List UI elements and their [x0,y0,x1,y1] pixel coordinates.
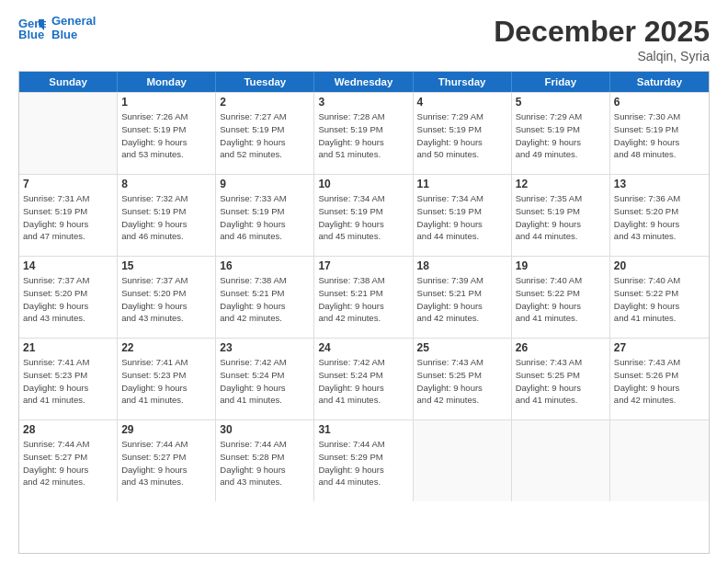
day-number: 11 [417,178,507,190]
calendar-cell: 4Sunrise: 7:29 AM Sunset: 5:19 PM Daylig… [414,93,512,174]
calendar-cell: 14Sunrise: 7:37 AM Sunset: 5:20 PM Dayli… [19,257,118,338]
calendar-cell: 17Sunrise: 7:38 AM Sunset: 5:21 PM Dayli… [314,257,413,338]
day-number: 17 [318,259,408,272]
calendar-cell: 20Sunrise: 7:40 AM Sunset: 5:22 PM Dayli… [610,257,709,338]
calendar-cell [414,420,512,501]
weekday-header: Saturday [610,72,709,92]
day-number: 19 [516,259,606,272]
day-number: 10 [318,178,408,190]
day-info: Sunrise: 7:28 AM Sunset: 5:19 PM Dayligh… [318,110,408,161]
day-info: Sunrise: 7:34 AM Sunset: 5:19 PM Dayligh… [417,192,507,243]
day-number: 22 [121,341,211,354]
weekday-header: Friday [512,72,610,92]
day-info: Sunrise: 7:41 AM Sunset: 5:23 PM Dayligh… [23,356,113,407]
day-number: 28 [23,423,113,436]
calendar-cell [610,420,709,501]
day-number: 2 [220,96,310,109]
day-number: 30 [220,423,310,436]
weekday-header: Sunday [19,72,118,92]
day-info: Sunrise: 7:34 AM Sunset: 5:19 PM Dayligh… [318,192,408,243]
day-info: Sunrise: 7:40 AM Sunset: 5:22 PM Dayligh… [614,274,705,325]
calendar-body: 1Sunrise: 7:26 AM Sunset: 5:19 PM Daylig… [19,92,709,501]
calendar-cell: 28Sunrise: 7:44 AM Sunset: 5:27 PM Dayli… [19,420,118,501]
day-info: Sunrise: 7:26 AM Sunset: 5:19 PM Dayligh… [121,110,211,161]
calendar-header-row: SundayMondayTuesdayWednesdayThursdayFrid… [19,72,709,92]
calendar-cell: 25Sunrise: 7:43 AM Sunset: 5:25 PM Dayli… [414,339,512,419]
calendar: SundayMondayTuesdayWednesdayThursdayFrid… [18,71,710,554]
day-number: 15 [121,259,211,272]
calendar-cell: 31Sunrise: 7:44 AM Sunset: 5:29 PM Dayli… [314,420,413,501]
day-number: 25 [417,341,507,354]
calendar-cell: 16Sunrise: 7:38 AM Sunset: 5:21 PM Dayli… [216,257,314,338]
day-info: Sunrise: 7:41 AM Sunset: 5:23 PM Dayligh… [121,356,211,407]
logo-icon: General Blue [18,16,46,41]
calendar-cell: 10Sunrise: 7:34 AM Sunset: 5:19 PM Dayli… [314,175,413,256]
day-info: Sunrise: 7:29 AM Sunset: 5:19 PM Dayligh… [516,110,606,161]
calendar-cell [512,420,610,501]
logo-general: General [51,15,96,29]
day-number: 20 [614,259,705,272]
logo: General Blue General Blue [18,15,96,42]
day-number: 1 [121,96,211,109]
day-number: 13 [614,178,705,190]
header: General Blue General Blue December 2025 … [18,15,710,63]
weekday-header: Monday [118,72,216,92]
day-info: Sunrise: 7:38 AM Sunset: 5:21 PM Dayligh… [318,274,408,325]
day-info: Sunrise: 7:40 AM Sunset: 5:22 PM Dayligh… [516,274,606,325]
day-info: Sunrise: 7:44 AM Sunset: 5:27 PM Dayligh… [121,438,211,488]
calendar-cell: 26Sunrise: 7:43 AM Sunset: 5:25 PM Dayli… [512,339,610,419]
calendar-cell: 21Sunrise: 7:41 AM Sunset: 5:23 PM Dayli… [19,339,118,419]
weekday-header: Wednesday [314,72,413,92]
day-number: 7 [23,178,113,190]
calendar-cell: 2Sunrise: 7:27 AM Sunset: 5:19 PM Daylig… [216,93,314,174]
calendar-cell: 8Sunrise: 7:32 AM Sunset: 5:19 PM Daylig… [118,175,216,256]
day-number: 9 [220,178,310,190]
day-info: Sunrise: 7:32 AM Sunset: 5:19 PM Dayligh… [121,192,211,243]
calendar-cell [19,93,118,174]
calendar-cell: 12Sunrise: 7:35 AM Sunset: 5:19 PM Dayli… [512,175,610,256]
day-number: 5 [516,96,606,109]
calendar-cell: 3Sunrise: 7:28 AM Sunset: 5:19 PM Daylig… [314,93,413,174]
weekday-header: Tuesday [216,72,314,92]
calendar-cell: 5Sunrise: 7:29 AM Sunset: 5:19 PM Daylig… [512,93,610,174]
day-number: 26 [516,341,606,354]
calendar-cell: 9Sunrise: 7:33 AM Sunset: 5:19 PM Daylig… [216,175,314,256]
day-info: Sunrise: 7:39 AM Sunset: 5:21 PM Dayligh… [417,274,507,325]
day-info: Sunrise: 7:44 AM Sunset: 5:28 PM Dayligh… [220,438,310,488]
day-info: Sunrise: 7:37 AM Sunset: 5:20 PM Dayligh… [23,274,113,325]
weekday-header: Thursday [414,72,512,92]
day-info: Sunrise: 7:37 AM Sunset: 5:20 PM Dayligh… [121,274,211,325]
day-number: 29 [121,423,211,436]
calendar-row: 7Sunrise: 7:31 AM Sunset: 5:19 PM Daylig… [19,174,709,256]
day-info: Sunrise: 7:35 AM Sunset: 5:19 PM Dayligh… [516,192,606,243]
day-number: 14 [23,259,113,272]
calendar-cell: 27Sunrise: 7:43 AM Sunset: 5:26 PM Dayli… [610,339,709,419]
day-info: Sunrise: 7:30 AM Sunset: 5:19 PM Dayligh… [614,110,705,161]
day-info: Sunrise: 7:27 AM Sunset: 5:19 PM Dayligh… [220,110,310,161]
svg-text:Blue: Blue [18,28,44,41]
day-info: Sunrise: 7:33 AM Sunset: 5:19 PM Dayligh… [220,192,310,243]
day-number: 4 [417,96,507,109]
logo-blue: Blue [51,29,96,42]
calendar-cell: 18Sunrise: 7:39 AM Sunset: 5:21 PM Dayli… [414,257,512,338]
title-block: December 2025 Salqin, Syria [494,15,710,63]
calendar-row: 28Sunrise: 7:44 AM Sunset: 5:27 PM Dayli… [19,419,709,501]
day-info: Sunrise: 7:43 AM Sunset: 5:26 PM Dayligh… [614,356,705,407]
day-number: 6 [614,96,705,109]
calendar-cell: 13Sunrise: 7:36 AM Sunset: 5:20 PM Dayli… [610,175,709,256]
day-number: 23 [220,341,310,354]
calendar-title: December 2025 [494,15,710,49]
day-info: Sunrise: 7:43 AM Sunset: 5:25 PM Dayligh… [516,356,606,407]
calendar-cell: 7Sunrise: 7:31 AM Sunset: 5:19 PM Daylig… [19,175,118,256]
day-number: 18 [417,259,507,272]
day-info: Sunrise: 7:31 AM Sunset: 5:19 PM Dayligh… [23,192,113,243]
day-number: 31 [318,423,408,436]
day-number: 12 [516,178,606,190]
calendar-cell: 24Sunrise: 7:42 AM Sunset: 5:24 PM Dayli… [314,339,413,419]
day-number: 3 [318,96,408,109]
calendar-cell: 22Sunrise: 7:41 AM Sunset: 5:23 PM Dayli… [118,339,216,419]
calendar-cell: 1Sunrise: 7:26 AM Sunset: 5:19 PM Daylig… [118,93,216,174]
day-info: Sunrise: 7:44 AM Sunset: 5:29 PM Dayligh… [318,438,408,488]
day-number: 16 [220,259,310,272]
day-info: Sunrise: 7:44 AM Sunset: 5:27 PM Dayligh… [23,438,113,488]
